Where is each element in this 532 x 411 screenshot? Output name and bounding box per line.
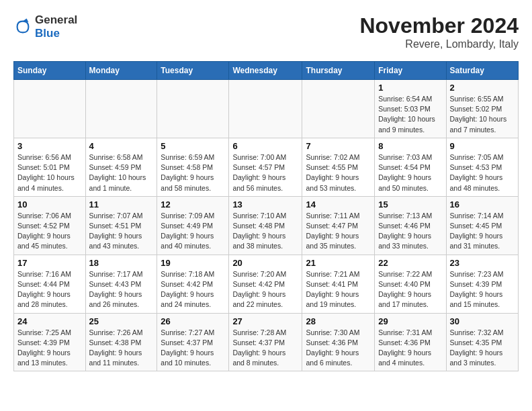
header-friday: Friday: [375, 62, 446, 80]
calendar-cell: 11Sunrise: 7:07 AMSunset: 4:51 PMDayligh…: [85, 196, 157, 255]
day-number: 26: [161, 316, 225, 326]
day-number: 17: [17, 258, 82, 268]
calendar-cell: 12Sunrise: 7:09 AMSunset: 4:49 PMDayligh…: [157, 196, 229, 255]
day-number: 18: [89, 258, 154, 268]
day-info: Sunrise: 7:23 AMSunset: 4:39 PMDaylight:…: [450, 269, 515, 310]
day-number: 30: [450, 316, 515, 326]
day-info: Sunrise: 7:14 AMSunset: 4:45 PMDaylight:…: [450, 211, 515, 252]
calendar-cell: 8Sunrise: 7:03 AMSunset: 4:54 PMDaylight…: [375, 138, 446, 196]
day-info: Sunrise: 6:56 AMSunset: 5:01 PMDaylight:…: [17, 152, 82, 193]
day-number: 1: [378, 83, 442, 93]
day-info: Sunrise: 7:22 AMSunset: 4:40 PMDaylight:…: [378, 269, 442, 310]
day-info: Sunrise: 7:21 AMSunset: 4:41 PMDaylight:…: [306, 269, 371, 310]
day-info: Sunrise: 7:07 AMSunset: 4:51 PMDaylight:…: [89, 211, 154, 252]
calendar-week-3: 10Sunrise: 7:06 AMSunset: 4:52 PMDayligh…: [14, 196, 519, 255]
calendar-title-block: November 2024 Revere, Lombardy, Italy: [359, 13, 519, 50]
day-number: 22: [378, 258, 442, 268]
logo-icon: [13, 17, 32, 36]
header-monday: Monday: [85, 62, 157, 80]
calendar-cell: [157, 80, 229, 138]
header-sunday: Sunday: [14, 62, 86, 80]
day-info: Sunrise: 7:25 AMSunset: 4:39 PMDaylight:…: [17, 328, 82, 369]
day-info: Sunrise: 7:02 AMSunset: 4:55 PMDaylight:…: [306, 152, 371, 193]
day-info: Sunrise: 7:13 AMSunset: 4:46 PMDaylight:…: [378, 211, 442, 252]
day-number: 8: [378, 141, 442, 151]
calendar-cell: 26Sunrise: 7:27 AMSunset: 4:37 PMDayligh…: [157, 313, 229, 371]
calendar-cell: [229, 80, 302, 138]
day-info: Sunrise: 7:27 AMSunset: 4:37 PMDaylight:…: [161, 328, 225, 369]
day-info: Sunrise: 6:54 AMSunset: 5:03 PMDaylight:…: [378, 94, 442, 135]
day-info: Sunrise: 7:10 AMSunset: 4:48 PMDaylight:…: [232, 211, 298, 252]
calendar-cell: [14, 80, 86, 138]
calendar-week-1: 1Sunrise: 6:54 AMSunset: 5:03 PMDaylight…: [14, 80, 519, 138]
day-info: Sunrise: 7:31 AMSunset: 4:36 PMDaylight:…: [378, 328, 442, 369]
day-info: Sunrise: 7:09 AMSunset: 4:49 PMDaylight:…: [161, 211, 225, 252]
day-info: Sunrise: 7:18 AMSunset: 4:42 PMDaylight:…: [161, 269, 225, 310]
calendar-cell: 29Sunrise: 7:31 AMSunset: 4:36 PMDayligh…: [375, 313, 446, 371]
calendar-cell: 1Sunrise: 6:54 AMSunset: 5:03 PMDaylight…: [375, 80, 446, 138]
logo-text: General Blue: [35, 13, 77, 40]
day-number: 12: [161, 199, 225, 210]
day-number: 15: [378, 199, 442, 210]
day-number: 6: [232, 141, 298, 151]
calendar-cell: 3Sunrise: 6:56 AMSunset: 5:01 PMDaylight…: [14, 138, 86, 196]
calendar-cell: 14Sunrise: 7:11 AMSunset: 4:47 PMDayligh…: [302, 196, 375, 255]
day-number: 2: [450, 83, 515, 93]
day-info: Sunrise: 7:03 AMSunset: 4:54 PMDaylight:…: [378, 152, 442, 193]
calendar-cell: 7Sunrise: 7:02 AMSunset: 4:55 PMDaylight…: [302, 138, 375, 196]
day-info: Sunrise: 7:00 AMSunset: 4:57 PMDaylight:…: [232, 152, 298, 193]
calendar-cell: 6Sunrise: 7:00 AMSunset: 4:57 PMDaylight…: [229, 138, 302, 196]
day-info: Sunrise: 6:55 AMSunset: 5:02 PMDaylight:…: [450, 94, 515, 135]
day-info: Sunrise: 6:58 AMSunset: 4:59 PMDaylight:…: [89, 152, 154, 193]
day-number: 3: [17, 141, 82, 151]
day-number: 27: [232, 316, 298, 326]
calendar-cell: 22Sunrise: 7:22 AMSunset: 4:40 PMDayligh…: [375, 255, 446, 313]
day-number: 21: [306, 258, 371, 268]
calendar-week-4: 17Sunrise: 7:16 AMSunset: 4:44 PMDayligh…: [14, 255, 519, 313]
day-number: 20: [232, 258, 298, 268]
day-number: 19: [161, 258, 225, 268]
calendar-week-5: 24Sunrise: 7:25 AMSunset: 4:39 PMDayligh…: [14, 313, 519, 371]
calendar-cell: 28Sunrise: 7:30 AMSunset: 4:36 PMDayligh…: [302, 313, 375, 371]
day-number: 14: [306, 199, 371, 210]
calendar-cell: 9Sunrise: 7:05 AMSunset: 4:53 PMDaylight…: [446, 138, 519, 196]
calendar-cell: 23Sunrise: 7:23 AMSunset: 4:39 PMDayligh…: [446, 255, 519, 313]
calendar-table: SundayMondayTuesdayWednesdayThursdayFrid…: [13, 61, 519, 371]
calendar-cell: 13Sunrise: 7:10 AMSunset: 4:48 PMDayligh…: [229, 196, 302, 255]
calendar-cell: 4Sunrise: 6:58 AMSunset: 4:59 PMDaylight…: [85, 138, 157, 196]
calendar-cell: 30Sunrise: 7:32 AMSunset: 4:35 PMDayligh…: [446, 313, 519, 371]
calendar-cell: 20Sunrise: 7:20 AMSunset: 4:42 PMDayligh…: [229, 255, 302, 313]
day-number: 13: [232, 199, 298, 210]
calendar-cell: 24Sunrise: 7:25 AMSunset: 4:39 PMDayligh…: [14, 313, 86, 371]
day-info: Sunrise: 7:11 AMSunset: 4:47 PMDaylight:…: [306, 211, 371, 252]
header-saturday: Saturday: [446, 62, 519, 80]
calendar-cell: 10Sunrise: 7:06 AMSunset: 4:52 PMDayligh…: [14, 196, 86, 255]
calendar-cell: 2Sunrise: 6:55 AMSunset: 5:02 PMDaylight…: [446, 80, 519, 138]
calendar-cell: [85, 80, 157, 138]
day-info: Sunrise: 7:16 AMSunset: 4:44 PMDaylight:…: [17, 269, 82, 310]
header-thursday: Thursday: [302, 62, 375, 80]
calendar-week-2: 3Sunrise: 6:56 AMSunset: 5:01 PMDaylight…: [14, 138, 519, 196]
day-info: Sunrise: 7:30 AMSunset: 4:36 PMDaylight:…: [306, 328, 371, 369]
day-number: 24: [17, 316, 82, 326]
calendar-cell: 19Sunrise: 7:18 AMSunset: 4:42 PMDayligh…: [157, 255, 229, 313]
day-number: 4: [89, 141, 154, 151]
calendar-cell: 18Sunrise: 7:17 AMSunset: 4:43 PMDayligh…: [85, 255, 157, 313]
header-tuesday: Tuesday: [157, 62, 229, 80]
logo: General Blue: [13, 13, 77, 40]
calendar-subtitle: Revere, Lombardy, Italy: [359, 38, 519, 50]
day-info: Sunrise: 7:32 AMSunset: 4:35 PMDaylight:…: [450, 328, 515, 369]
calendar-cell: 21Sunrise: 7:21 AMSunset: 4:41 PMDayligh…: [302, 255, 375, 313]
day-info: Sunrise: 7:26 AMSunset: 4:38 PMDaylight:…: [89, 328, 154, 369]
day-number: 10: [17, 199, 82, 210]
day-info: Sunrise: 7:28 AMSunset: 4:37 PMDaylight:…: [232, 328, 298, 369]
calendar-cell: 16Sunrise: 7:14 AMSunset: 4:45 PMDayligh…: [446, 196, 519, 255]
day-number: 11: [89, 199, 154, 210]
calendar-cell: 27Sunrise: 7:28 AMSunset: 4:37 PMDayligh…: [229, 313, 302, 371]
calendar-cell: 17Sunrise: 7:16 AMSunset: 4:44 PMDayligh…: [14, 255, 86, 313]
calendar-cell: 25Sunrise: 7:26 AMSunset: 4:38 PMDayligh…: [85, 313, 157, 371]
day-number: 29: [378, 316, 442, 326]
day-info: Sunrise: 7:06 AMSunset: 4:52 PMDaylight:…: [17, 211, 82, 252]
day-info: Sunrise: 7:17 AMSunset: 4:43 PMDaylight:…: [89, 269, 154, 310]
calendar-header-row: SundayMondayTuesdayWednesdayThursdayFrid…: [14, 62, 519, 80]
